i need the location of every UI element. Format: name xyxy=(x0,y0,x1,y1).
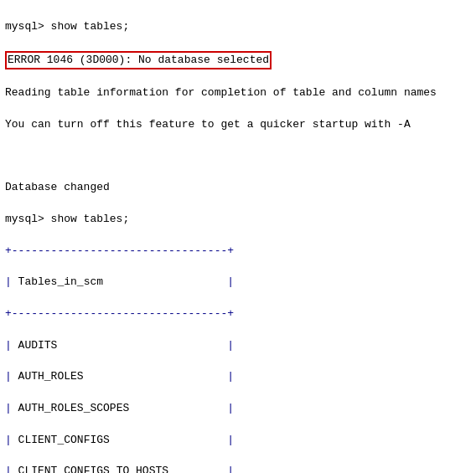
db-changed: Database changed xyxy=(5,180,471,196)
prompt-line-1: mysql> show tables; xyxy=(5,19,471,35)
info-line-1: Reading table information for completion… xyxy=(5,85,471,101)
row-audits: | AUDITS | xyxy=(5,338,471,354)
table-border-top: +---------------------------------+ xyxy=(5,244,471,260)
prompt-line-2: mysql> show tables; xyxy=(5,212,471,228)
table-header: | Tables_in_scm | xyxy=(5,275,471,290)
table-border-mid: +---------------------------------+ xyxy=(5,306,471,322)
row-auth-roles-scopes: | AUTH_ROLES_SCOPES | xyxy=(5,401,471,417)
error-block: ERROR 1046 (3D000): No database selected xyxy=(5,51,471,70)
terminal: mysql> show tables; ERROR 1046 (3D000): … xyxy=(0,0,476,473)
info-line-2: You can turn off this feature to get a q… xyxy=(5,117,471,133)
blank-line xyxy=(5,149,471,165)
row-client-configs-hosts: | CLIENT_CONFIGS_TO_HOSTS | xyxy=(5,464,471,473)
row-client-configs: | CLIENT_CONFIGS | xyxy=(5,433,471,449)
row-auth-roles: | AUTH_ROLES | xyxy=(5,369,471,385)
error-line-1: ERROR 1046 (3D000): No database selected xyxy=(8,54,269,66)
